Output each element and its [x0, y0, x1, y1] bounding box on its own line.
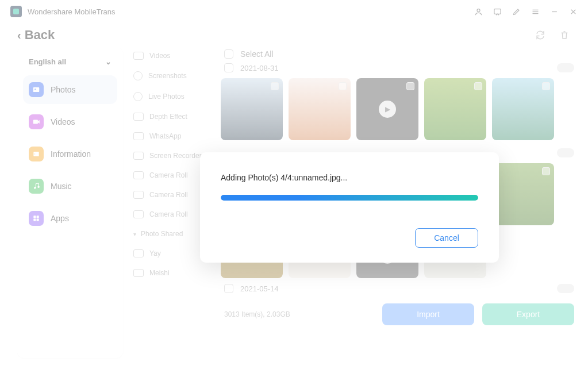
close-icon[interactable] — [569, 7, 578, 16]
chevron-down-icon: ⌄ — [105, 57, 112, 66]
svg-point-15 — [37, 186, 40, 188]
filter-label: English all — [29, 57, 66, 66]
album-item[interactable]: Screenshots — [133, 71, 216, 80]
minimize-icon[interactable] — [550, 7, 559, 16]
thumb-checkbox[interactable] — [542, 167, 550, 175]
folder-icon — [133, 191, 144, 199]
photo-thumbnail[interactable] — [221, 78, 283, 140]
thumb-checkbox[interactable] — [542, 82, 550, 90]
thumb-checkbox[interactable] — [474, 82, 482, 90]
thumb-checkbox[interactable] — [339, 82, 347, 90]
progress-message: Adding Photo(s) 4/4:unnamed.jpg... — [221, 173, 478, 182]
count-pill — [557, 284, 574, 293]
information-icon — [29, 147, 44, 161]
select-all-checkbox[interactable] — [224, 49, 233, 59]
sidebar-item-label: Photos — [51, 85, 76, 94]
folder-icon — [133, 132, 144, 140]
album-item[interactable]: Live Photos — [133, 92, 216, 101]
video-thumbnail[interactable]: ▶ — [356, 78, 418, 140]
date-group-checkbox[interactable] — [224, 284, 233, 293]
album-item[interactable]: Meishi — [133, 269, 216, 277]
album-item[interactable]: Depth Effect — [133, 113, 216, 121]
svg-point-12 — [34, 153, 35, 153]
svg-rect-1 — [494, 9, 501, 14]
titlebar: Wondershare MobileTrans — [0, 0, 588, 23]
svg-point-0 — [477, 9, 480, 11]
svg-rect-16 — [33, 215, 36, 218]
svg-rect-18 — [33, 219, 36, 221]
videos-icon — [29, 114, 44, 129]
edit-icon[interactable] — [512, 7, 521, 16]
account-icon[interactable] — [474, 7, 483, 16]
app-logo-icon — [10, 6, 22, 17]
svg-rect-19 — [37, 219, 39, 221]
folder-icon — [133, 210, 144, 218]
svg-rect-8 — [33, 87, 40, 92]
apps-icon — [29, 211, 44, 226]
svg-rect-10 — [33, 120, 38, 124]
photos-icon — [29, 82, 44, 97]
folder-icon — [133, 249, 144, 257]
progress-fill — [221, 195, 478, 201]
play-icon: ▶ — [379, 101, 396, 118]
export-button[interactable]: Export — [482, 303, 574, 325]
folder-icon — [133, 269, 144, 277]
header-row: ‹ Back — [0, 23, 588, 47]
category-sidebar: English all ⌄ Photos Videos Information … — [17, 47, 123, 358]
back-button[interactable]: ‹ Back — [17, 28, 55, 43]
back-label: Back — [25, 28, 55, 43]
folder-icon — [133, 52, 144, 60]
progress-bar — [221, 195, 478, 201]
sidebar-item-videos[interactable]: Videos — [23, 107, 117, 136]
feedback-icon[interactable] — [493, 7, 502, 16]
sidebar-item-label: Videos — [51, 117, 75, 126]
date-group-label: 2021-05-14 — [240, 284, 550, 293]
app-title: Wondershare MobileTrans — [28, 7, 115, 16]
sidebar-item-music[interactable]: Music — [23, 172, 117, 201]
thumb-checkbox[interactable] — [271, 82, 279, 90]
count-pill — [557, 148, 574, 157]
sidebar-item-label: Music — [51, 182, 72, 191]
photo-thumbnail[interactable] — [424, 78, 486, 140]
svg-point-13 — [34, 155, 35, 155]
import-button[interactable]: Import — [382, 303, 474, 325]
chevron-left-icon: ‹ — [17, 29, 21, 42]
sidebar-item-apps[interactable]: Apps — [23, 204, 117, 233]
thumb-checkbox[interactable] — [406, 82, 414, 90]
album-item[interactable]: WhatsApp — [133, 132, 216, 140]
progress-modal: Adding Photo(s) 4/4:unnamed.jpg... Cance… — [200, 152, 499, 263]
date-group-checkbox[interactable] — [224, 63, 233, 72]
album-item[interactable]: Videos — [133, 52, 216, 60]
select-all-label: Select All — [240, 49, 274, 59]
cancel-button[interactable]: Cancel — [415, 228, 478, 248]
sidebar-item-label: Information — [51, 149, 91, 159]
svg-rect-17 — [37, 215, 39, 218]
sidebar-item-photos[interactable]: Photos — [23, 75, 117, 104]
date-group-label: 2021-08-31 — [240, 64, 550, 72]
folder-icon — [133, 113, 144, 121]
folder-icon — [133, 71, 143, 80]
caret-icon: ▾ — [133, 231, 136, 237]
music-icon — [29, 179, 44, 194]
sidebar-item-information[interactable]: Information — [23, 140, 117, 168]
photo-thumbnail[interactable] — [289, 78, 351, 140]
trash-icon[interactable] — [559, 30, 570, 40]
language-filter[interactable]: English all ⌄ — [23, 54, 117, 72]
count-pill — [557, 63, 574, 72]
menu-icon[interactable] — [531, 7, 540, 16]
svg-point-9 — [34, 88, 36, 90]
folder-icon — [133, 171, 144, 179]
footer-item-count: 3013 Item(s), 2.03GB — [224, 310, 374, 318]
sidebar-item-label: Apps — [51, 214, 69, 223]
refresh-icon[interactable] — [535, 30, 545, 40]
folder-icon — [133, 152, 144, 160]
folder-icon — [133, 92, 143, 101]
photo-thumbnail[interactable] — [492, 78, 554, 140]
photo-thumbnail[interactable] — [492, 163, 554, 225]
svg-rect-11 — [33, 152, 39, 156]
